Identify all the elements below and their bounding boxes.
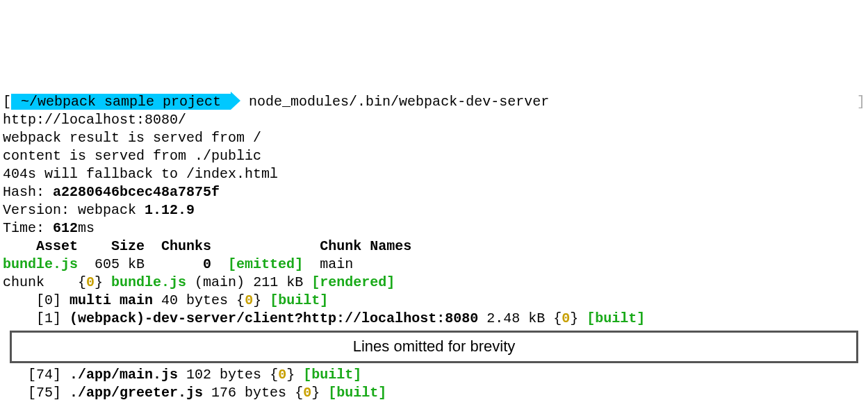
module-line: [74] ./app/main.js 102 bytes {0} [built] — [3, 367, 361, 383]
time-line: Time: 612ms — [3, 220, 95, 236]
terminal-output: [ ~/webpack sample project node_modules/… — [3, 75, 865, 400]
hash-value: a2280646bcec48a7875f — [53, 184, 220, 200]
asset-name: bundle.js — [3, 256, 78, 272]
version-value: 1.12.9 — [145, 202, 195, 218]
time-value: 612 — [53, 220, 78, 236]
output-content: content is served from ./public — [3, 148, 261, 164]
rendered-status: [rendered] — [311, 274, 395, 290]
output-url: http://localhost:8080/ — [3, 112, 186, 128]
table-header: Asset Size Chunks Chunk Names — [3, 238, 411, 254]
prompt-path: ~/webpack sample project — [11, 94, 231, 110]
left-bracket: [ — [3, 94, 11, 110]
module-line: [75] ./app/greeter.js 176 bytes {0} [bui… — [3, 385, 386, 400]
output-fallback: 404s will fallback to /index.html — [3, 166, 278, 182]
version-line: Version: webpack 1.12.9 — [3, 202, 195, 218]
module-line: [0] multi main 40 bytes {0} [built] — [3, 292, 328, 308]
table-row: bundle.js 605 kB 0 [emitted] main — [3, 256, 353, 272]
omitted-notice: Lines omitted for brevity — [10, 331, 858, 363]
module-line: [1] (webpack)-dev-server/client?http://l… — [3, 310, 645, 326]
chunk-line: chunk {0} bundle.js (main) 211 kB [rende… — [3, 274, 395, 290]
prompt-arrow-icon — [231, 92, 240, 110]
prompt-line: [ ~/webpack sample project node_modules/… — [3, 94, 549, 110]
command-text: node_modules/.bin/webpack-dev-server — [240, 94, 549, 110]
emitted-status: [emitted] — [228, 256, 303, 272]
hash-line: Hash: a2280646bcec48a7875f — [3, 184, 220, 200]
output-served: webpack result is served from / — [3, 130, 261, 146]
right-bracket: ] — [857, 93, 865, 111]
